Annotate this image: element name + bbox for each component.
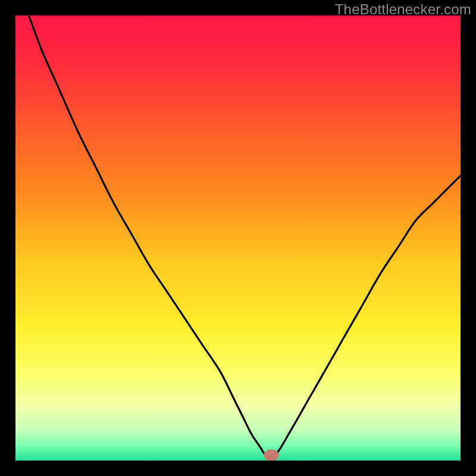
gradient-background bbox=[15, 15, 461, 461]
outer-frame: TheBottlenecker.com bbox=[0, 0, 476, 476]
plot-area bbox=[15, 15, 461, 461]
attribution-label: TheBottlenecker.com bbox=[335, 1, 471, 18]
chart-svg bbox=[15, 15, 461, 461]
optimum-marker bbox=[264, 449, 278, 461]
